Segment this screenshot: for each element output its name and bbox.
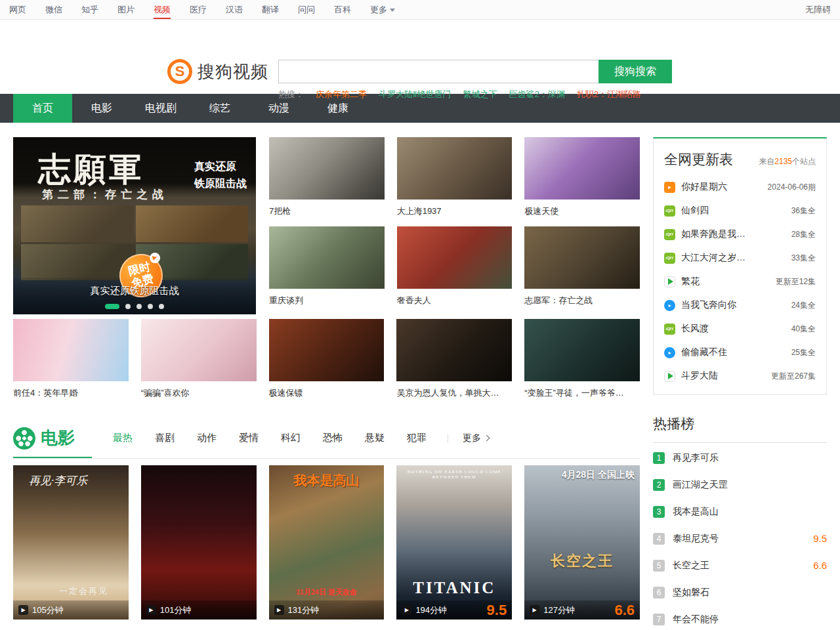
update-list-item[interactable]: 大江大河之岁… 33集全 (664, 246, 816, 270)
update-list-item[interactable]: 如果奔跑是我… 28集全 (664, 222, 816, 246)
update-list-item[interactable]: 偷偷藏不住 25集全 (664, 341, 816, 364)
poster-title-art: 我本是高山 (269, 472, 385, 490)
movie-genre-tab[interactable]: 最热 (113, 432, 133, 444)
video-site-icon (664, 276, 675, 287)
category-nav-item[interactable]: 综艺 (190, 94, 249, 123)
movie-genre-tab[interactable]: 犯罪 (407, 432, 427, 444)
hot-ranking-item[interactable]: 4 泰坦尼克号 9.5 (653, 526, 827, 551)
hot-ranking-item[interactable]: 1 再见李可乐 (653, 446, 827, 470)
service-tab[interactable]: 百科 (334, 0, 351, 19)
hot-search-link[interactable]: 扎职2：江湖陌路 (577, 89, 641, 100)
service-tab[interactable]: 微信 (45, 0, 62, 19)
service-tab[interactable]: 知乎 (81, 0, 98, 19)
service-tab[interactable]: 医疗 (190, 0, 207, 19)
service-tab[interactable]: 翻译 (262, 0, 279, 19)
poster-title-art: 再见·李可乐 (29, 473, 126, 488)
video-card[interactable]: 志愿军：存亡之战 (524, 226, 640, 316)
service-tabs: 网页 微信 知乎 图片 视频 医疗 (9, 0, 395, 19)
source-count: 2135 (774, 157, 792, 166)
hot-ranking-item[interactable]: 6 坚如磐石 (653, 580, 827, 604)
hero-carousel[interactable]: 志願軍 真实还原 铁原阻击战 第二部：存亡之战 限时 免费 ▶ (13, 137, 256, 314)
hot-ranking-item[interactable]: 2 画江湖之天罡 (653, 472, 827, 497)
video-card[interactable]: 前任4：英年早婚 (13, 319, 129, 408)
hot-search-link[interactable]: 繁城之下 (463, 89, 497, 100)
service-tab[interactable]: 更多 (370, 0, 395, 19)
video-card[interactable]: 极速保镖 (269, 319, 385, 408)
movie-poster-card[interactable]: ▶ 101分钟 (141, 465, 257, 620)
service-tab[interactable]: 网页 (9, 0, 26, 19)
poster-title-art: 长空之王 (524, 551, 640, 571)
video-thumbnail (397, 226, 513, 289)
update-list-item[interactable]: 当我飞奔向你 24集全 (664, 293, 816, 317)
update-list-item[interactable]: 斗罗大陆 更新至267集 (664, 364, 816, 388)
poster-release-note: NOTHING ON EARTH COULD COME BETWEEN THEM (396, 469, 512, 480)
update-list-item[interactable]: 长风渡 40集全 (664, 317, 816, 341)
movie-genre-tab[interactable]: 恐怖 (323, 432, 343, 444)
movie-genre-tab[interactable]: 悬疑 (365, 432, 385, 444)
search-input[interactable] (278, 60, 598, 83)
carousel-dot[interactable] (136, 304, 142, 309)
update-list-item[interactable]: 你好星期六 2024-06-06期 (664, 175, 816, 199)
accessibility-link[interactable]: 无障碍 (805, 4, 831, 16)
movie-genre-tab[interactable]: 动作 (197, 432, 217, 444)
service-tab[interactable]: 视频 (154, 0, 171, 19)
movie-section-title: 电影 (41, 427, 75, 450)
hot-search-row: 热搜： 庆余年第二季 斗罗大陆Ⅱ绝世唐门 繁城之下 巨齿鲨2：深渊 扎职2：江湖… (278, 89, 641, 100)
movie-poster-card[interactable]: NOTHING ON EARTH COULD COME BETWEEN THEM… (396, 465, 512, 620)
category-nav-item[interactable]: 电影 (72, 94, 131, 123)
video-card[interactable]: “变脸王”寻徒，一声爷爷… (524, 319, 640, 408)
update-panel-header: 全网更新表 来自2135个站点 (664, 150, 816, 169)
hot-search-link[interactable]: 巨齿鲨2：深渊 (509, 89, 564, 100)
service-tab-label: 百科 (334, 0, 351, 19)
video-title: 奢香夫人 (397, 295, 513, 306)
video-site-icon (664, 229, 675, 240)
service-tab[interactable]: 问问 (298, 0, 315, 19)
movie-genre-tab[interactable]: 喜剧 (155, 432, 175, 444)
video-card[interactable]: 极速天使 (524, 137, 640, 226)
video-thumbnail (13, 319, 129, 381)
movie-genre-tab[interactable]: 科幻 (281, 432, 301, 444)
movie-genre-tab[interactable]: 爱情 (239, 432, 259, 444)
service-tab-label: 微信 (45, 0, 62, 19)
video-card[interactable]: 大上海1937 (397, 137, 513, 226)
movie-poster-card[interactable]: 4月28日 全国上映 长空之王 ▶ 127分钟 6.6 (524, 465, 640, 620)
service-tab[interactable]: 图片 (117, 0, 135, 19)
carousel-dot[interactable] (125, 304, 131, 309)
category-nav-item[interactable]: 首页 (13, 94, 72, 123)
video-card[interactable]: 吴京为恩人复仇，单挑大… (396, 319, 512, 408)
episode-info: 40集全 (786, 324, 816, 335)
service-tab-label: 翻译 (262, 0, 279, 19)
hero-artwork-cell (21, 205, 134, 242)
hot-ranking-item[interactable]: 5 长空之王 6.6 (653, 553, 827, 578)
video-card[interactable]: 7把枪 (269, 137, 385, 226)
video-card[interactable]: 奢香夫人 (397, 226, 513, 316)
video-card[interactable]: 重庆谈判 (269, 226, 385, 316)
hot-ranking-list: 1 再见李可乐 2 画江湖之天罡 3 我本是高山 (653, 446, 827, 630)
carousel-dot[interactable] (105, 304, 119, 309)
update-list-item[interactable]: 繁花 更新至12集 (664, 270, 816, 293)
sogou-video-logo[interactable]: S 搜狗视频 (167, 59, 268, 84)
movie-poster-card[interactable]: 我本是高山 11月24日 逆天改命 ▶ 131分钟 (269, 465, 385, 620)
movie-rating: 9.5 (487, 602, 507, 619)
movie-poster-card[interactable]: 再见·李可乐 一定会再见 ▶ 105分钟 (13, 465, 129, 620)
video-thumbnail (269, 137, 385, 200)
hot-search-link[interactable]: 斗罗大陆Ⅱ绝世唐门 (379, 89, 451, 100)
video-site-icon (664, 371, 675, 382)
video-row: 前任4：英年早婚 “骗骗”喜欢你 极速保镖 吴京为恩人复仇，单挑大… (13, 319, 640, 408)
update-list-item[interactable]: 仙剑四 36集全 (664, 199, 816, 222)
movie-name: 画江湖之天罡 (673, 479, 728, 491)
hot-ranking-item[interactable]: 7 年会不能停 (653, 607, 827, 630)
category-nav-item[interactable]: 电视剧 (131, 94, 190, 123)
search-button[interactable]: 搜狗搜索 (598, 60, 672, 83)
video-title: 极速保镖 (269, 387, 385, 399)
video-card[interactable]: “骗骗”喜欢你 (141, 319, 257, 408)
service-tab[interactable]: 汉语 (226, 0, 243, 19)
carousel-dot[interactable] (148, 304, 153, 309)
movie-poster-grid: 再见·李可乐 一定会再见 ▶ 105分钟 ▶ 101分钟 (13, 465, 640, 620)
hot-search-link[interactable]: 庆余年第二季 (316, 89, 367, 100)
video-thumbnail (524, 226, 640, 289)
carousel-dot[interactable] (159, 304, 164, 309)
movie-more-link[interactable]: 更多 (463, 432, 489, 444)
hot-ranking-item[interactable]: 3 我本是高山 (653, 499, 827, 524)
rank-badge: 4 (653, 533, 665, 545)
